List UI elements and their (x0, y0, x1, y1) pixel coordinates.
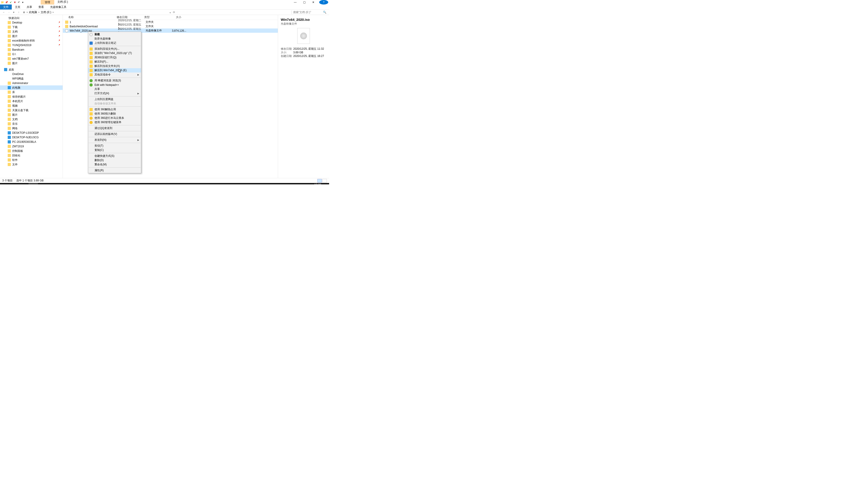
menu-item[interactable]: 使用 360进行木马云查杀 (88, 116, 141, 120)
col-size[interactable]: 大小 (165, 15, 183, 19)
task-view-button[interactable]: ⧉ (19, 183, 29, 184)
addr-dropdown-icon[interactable]: ⌄ (169, 11, 171, 14)
ribbon-tab-file[interactable]: 文件 (0, 4, 12, 9)
nav-item[interactable]: 下载📍 (0, 25, 63, 29)
search-button[interactable]: 🔍 (9, 183, 19, 184)
refresh-button[interactable]: ⟳ (172, 10, 176, 14)
nav-item[interactable]: 图片📍 (0, 34, 63, 38)
nav-item[interactable]: 本机照片 (0, 99, 63, 103)
menu-item[interactable]: 上传到有道云笔记 (88, 41, 141, 45)
menu-item[interactable]: 发送到(N)▶ (88, 138, 141, 142)
menu-item[interactable]: 上传到百度网盘 (88, 97, 141, 101)
nav-item[interactable]: ZMT2019 (0, 144, 63, 149)
nav-item[interactable]: 文档📍 (0, 29, 63, 34)
nav-item[interactable]: 回收站 (0, 153, 63, 158)
qat-pin-icon[interactable]: 📌 (5, 1, 8, 4)
nav-item[interactable]: Bandicam (0, 47, 63, 52)
col-type[interactable]: 类型 (143, 15, 165, 19)
view-details-button[interactable] (317, 179, 322, 183)
details-pane: Win7x64_2020.iso 光盘映像文件 修改日期: 2020/12/25… (278, 15, 329, 178)
taskbar-explorer[interactable] (29, 183, 38, 184)
menu-item[interactable]: 使用 360管理右键菜单 (88, 120, 141, 125)
menu-item[interactable]: 解压到(F)... (88, 60, 141, 64)
close-button[interactable]: ✕ (309, 0, 318, 4)
breadcrumb[interactable]: › 此电脑 › 文档 (E:) › (26, 10, 54, 14)
nav-item[interactable]: 库 (0, 90, 63, 94)
tray-clock[interactable]: 16:32 2020/12/25, 星期五 (298, 184, 321, 184)
table-row[interactable]: BaiduNetdiskDownload2020/12/25, 星期五 1...… (63, 24, 278, 29)
search-input[interactable]: 搜索"文档 (E:)" 🔍 (291, 10, 328, 14)
nav-item[interactable]: Desktop📍 (0, 20, 63, 25)
menu-item[interactable]: 重命名(M) (88, 162, 141, 167)
menu-item[interactable]: 用 蜂蜜浏览器 浏览(3) (88, 78, 141, 83)
help-icon[interactable]: ? (319, 0, 328, 4)
menu-item-label: 添加到压缩文件(A)... (94, 47, 119, 51)
nav-item[interactable]: 图片 (0, 61, 63, 66)
nav-item[interactable]: DESKTOP-NJEU3CG (0, 135, 63, 140)
menu-item[interactable]: 添加到压缩文件(A)... (88, 47, 141, 51)
menu-item[interactable]: 还原以前的版本(V) (88, 132, 141, 136)
nav-item[interactable]: 天翼云盘下载 (0, 108, 63, 112)
nav-item[interactable]: PC-20190530OBLA (0, 140, 63, 144)
qat-undo-icon[interactable]: ↶ (17, 1, 20, 4)
contextual-tab-manage[interactable]: 管理 (41, 0, 54, 4)
menu-item[interactable]: 通过QQ发送到 (88, 126, 141, 130)
nav-item[interactable]: 图片 (0, 112, 63, 117)
ribbon-tab-view[interactable]: 查看 (35, 4, 47, 9)
menu-item[interactable]: 使用 360解除占用 (88, 107, 141, 111)
crumb-path[interactable]: 文档 (E:) (40, 10, 52, 14)
nav-item[interactable]: 文件 (0, 162, 63, 167)
nav-item[interactable]: YUNQISHI2019📍 (0, 43, 63, 47)
menu-item[interactable]: Edit with Notepad++ (88, 83, 141, 87)
nav-item[interactable]: 视频 (0, 103, 63, 108)
menu-item[interactable]: 使用 360强力删除 (88, 111, 141, 116)
nav-item[interactable]: 文档 (0, 117, 63, 122)
menu-item[interactable]: 复制(C) (88, 148, 141, 152)
crumb-root[interactable]: 此电脑 (29, 10, 37, 14)
col-name[interactable]: 名称 (63, 15, 115, 19)
ribbon-tab-share[interactable]: 共享 (24, 4, 35, 9)
nav-item[interactable]: WPS网盘 (0, 76, 63, 81)
menu-item[interactable]: 创建快捷方式(S) (88, 154, 141, 158)
menu-item[interactable]: 添加到 "Win7x64_2020.zip" (T) (88, 51, 141, 55)
menu-item[interactable]: 删除(D) (88, 158, 141, 162)
table-row[interactable]: 12020/12/15, 星期二 1...文件夹 (63, 20, 278, 24)
nav-item[interactable]: excel表格制作求和📍 (0, 38, 63, 43)
nav-back-button[interactable]: ← (2, 10, 6, 14)
nav-item[interactable]: 音乐 (0, 122, 63, 126)
nav-item[interactable]: 保存的图片 (0, 94, 63, 99)
start-button[interactable]: ⊞ (0, 183, 9, 184)
nav-item[interactable]: win7重装win7 (0, 57, 63, 61)
nav-item[interactable]: 控制面板 (0, 149, 63, 153)
minimize-button[interactable]: — (291, 0, 300, 4)
nav-item[interactable]: DESKTOP-LSSOEDP (0, 131, 63, 135)
menu-item[interactable]: 装载 (88, 32, 141, 37)
qat-delete-icon[interactable]: ✖ (13, 1, 16, 4)
view-large-button[interactable] (322, 179, 327, 183)
ribbon-tab-home[interactable]: 主页 (12, 4, 24, 9)
qat-check-icon[interactable]: ✔ (9, 1, 12, 4)
nav-item[interactable]: 快速访问 (0, 16, 63, 20)
nav-item[interactable]: 网络 (0, 126, 63, 131)
nav-item[interactable]: 软件 (0, 158, 63, 162)
menu-item[interactable]: 共享 (88, 87, 141, 91)
nav-item[interactable]: 桌面 (0, 67, 63, 72)
maximize-button[interactable]: ▢ (300, 0, 309, 4)
menu-item[interactable]: 刻录光盘映像 (88, 37, 141, 41)
nav-up-button[interactable]: ↑ (17, 10, 21, 14)
nav-history-button[interactable]: ▾ (12, 10, 16, 14)
qat-dropdown-icon[interactable]: ▾ (21, 1, 24, 4)
menu-item[interactable]: 其他压缩命令▶ (88, 72, 141, 77)
menu-item[interactable]: 用360压缩打开(Q) (88, 55, 141, 60)
menu-item[interactable]: 属性(R) (88, 168, 141, 173)
nav-item[interactable]: Administrator (0, 81, 63, 86)
nav-item[interactable]: OneDrive (0, 72, 63, 76)
menu-item[interactable]: 剪切(T) (88, 144, 141, 148)
menu-item[interactable]: 打开方式(H)▶ (88, 91, 141, 96)
menu-item[interactable]: 解压到当前文件夹(X) (88, 64, 141, 68)
nav-item[interactable]: G:\ (0, 52, 63, 57)
menu-item[interactable]: 解压到 Win7x64_2020\ (E) (88, 68, 141, 72)
nav-item[interactable]: 此电脑 (0, 86, 63, 90)
nav-forward-button[interactable]: → (7, 10, 11, 14)
ribbon-tab-disctools[interactable]: 光盘映像工具 (47, 4, 70, 9)
